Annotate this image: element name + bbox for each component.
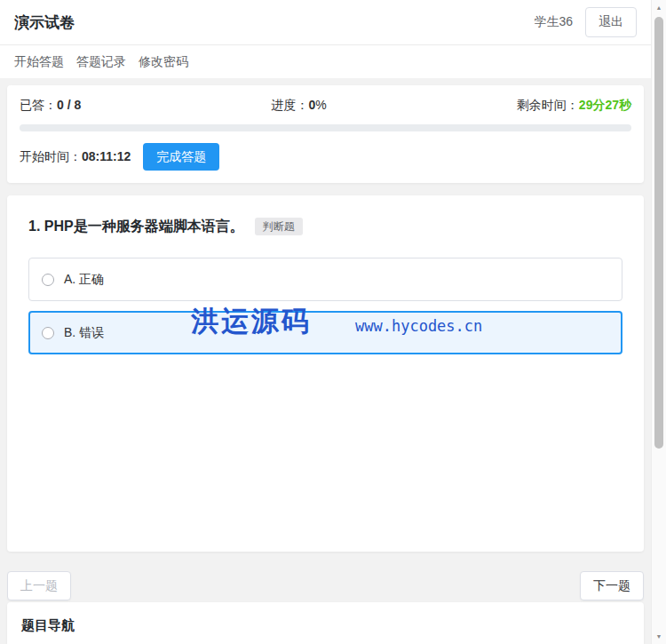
page: 演示试卷 学生36 退出 开始答题 答题记录 修改密码 已答：0 / 8 进度：…: [0, 0, 651, 644]
question-nav-card: 题目导航: [7, 602, 644, 644]
nav-item-answer-records[interactable]: 答题记录: [70, 54, 132, 70]
nav-item-change-password[interactable]: 修改密码: [132, 54, 194, 70]
status-row: 已答：0 / 8 进度：0% 剩余时间：29分27秒: [20, 98, 631, 113]
question-title-row: 1. PHP是一种服务器端脚本语言。 判断题: [28, 217, 622, 236]
next-question-button[interactable]: 下一题: [580, 571, 644, 600]
status-card: 已答：0 / 8 进度：0% 剩余时间：29分27秒 开始时间：08:11:12…: [7, 85, 644, 183]
pagination: 上一题 下一题: [7, 571, 644, 600]
scrollbar-up-arrow-icon[interactable]: ▲: [652, 0, 666, 15]
question-title: 1. PHP是一种服务器端脚本语言。: [28, 217, 244, 236]
header-right: 学生36 退出: [534, 7, 637, 37]
start-time-row: 开始时间：08:11:12 完成答题: [20, 143, 631, 171]
previous-question-button[interactable]: 上一题: [7, 571, 71, 600]
time-remaining-value: 29分27秒: [579, 98, 631, 112]
nav-item-start-answering[interactable]: 开始答题: [8, 54, 70, 70]
progress-bar: [20, 124, 631, 131]
logout-button[interactable]: 退出: [585, 7, 637, 37]
option-b-label: B. 错误: [64, 326, 104, 339]
question-nav-title: 题目导航: [21, 617, 630, 634]
scrollbar[interactable]: ▲ ▼: [651, 0, 666, 644]
question-card: 1. PHP是一种服务器端脚本语言。 判断题 A. 正确 B. 错误: [7, 195, 644, 552]
radio-icon[interactable]: [42, 274, 54, 286]
page-title: 演示试卷: [14, 12, 75, 33]
scrollbar-down-arrow-icon[interactable]: ▼: [652, 629, 666, 644]
header: 演示试卷 学生36 退出: [0, 0, 651, 45]
main-content: 已答：0 / 8 进度：0% 剩余时间：29分27秒 开始时间：08:11:12…: [0, 78, 651, 644]
user-name: 学生36: [534, 14, 573, 30]
finish-exam-button[interactable]: 完成答题: [143, 143, 219, 171]
options-list: A. 正确 B. 错误: [28, 258, 622, 354]
option-a-label: A. 正确: [64, 273, 104, 286]
question-type-badge: 判断题: [255, 218, 303, 235]
answered-count: 已答：0 / 8: [20, 98, 81, 113]
start-time: 开始时间：08:11:12: [20, 149, 131, 165]
nav-bar: 开始答题 答题记录 修改密码: [0, 45, 651, 78]
option-b[interactable]: B. 错误: [28, 311, 622, 354]
time-remaining: 剩余时间：29分27秒: [517, 98, 631, 113]
scrollbar-thumb[interactable]: [654, 17, 663, 449]
radio-icon[interactable]: [42, 327, 54, 339]
progress-percent: 进度：0%: [271, 98, 326, 113]
option-a[interactable]: A. 正确: [28, 258, 622, 301]
